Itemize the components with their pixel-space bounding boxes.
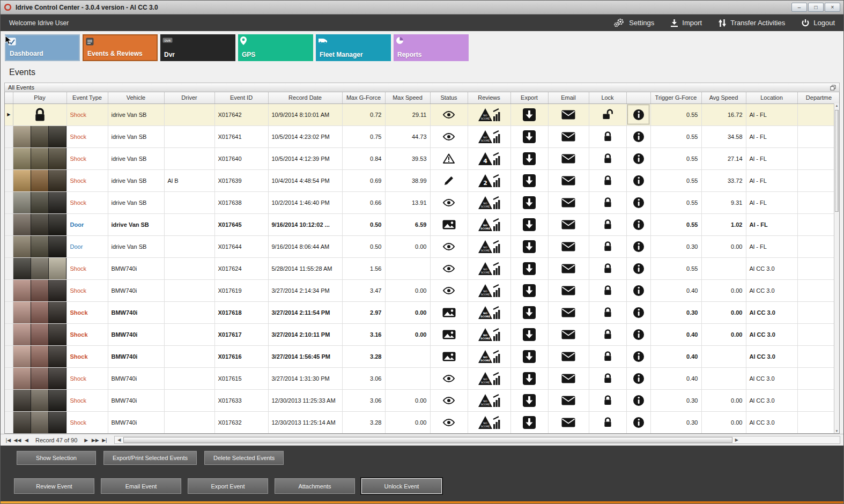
play-cell[interactable]	[13, 191, 66, 213]
column-header-event-type[interactable]: Event Type	[66, 92, 108, 103]
column-header-blank[interactable]	[5, 92, 13, 103]
reviews-cell[interactable]: NOSCORE	[468, 301, 510, 323]
reviews-cell[interactable]: NOSCORE	[468, 411, 510, 433]
reviews-cell[interactable]: 2	[468, 169, 510, 191]
event-thumbnail[interactable]	[13, 390, 66, 411]
reviews-cell[interactable]: NOSCORE	[468, 125, 510, 147]
export-cell[interactable]	[510, 301, 548, 323]
export-cell[interactable]	[510, 367, 548, 389]
column-header-location[interactable]: Location	[746, 92, 797, 103]
nav-first-button[interactable]: |◀	[4, 438, 13, 443]
column-header-departme[interactable]: Departme	[797, 92, 840, 103]
play-cell[interactable]	[13, 389, 66, 411]
info-cell[interactable]	[626, 257, 650, 279]
play-cell[interactable]	[13, 323, 66, 345]
nav-last-button[interactable]: ▶|	[100, 438, 109, 443]
table-row[interactable]: ShockBMW740iX0176193/27/2014 2:14:34 PM3…	[5, 279, 840, 301]
nav-prev-page-button[interactable]: ◀◀	[13, 438, 22, 443]
lock-cell[interactable]	[589, 257, 626, 279]
table-row[interactable]: Dooridrive Van SBX0176449/16/2014 8:06:4…	[5, 235, 840, 257]
reviews-cell[interactable]: NOSCORE	[468, 235, 510, 257]
info-cell[interactable]	[626, 191, 650, 213]
event-thumbnail[interactable]	[13, 236, 66, 257]
email-cell[interactable]	[548, 147, 589, 169]
event-thumbnail[interactable]	[13, 412, 66, 433]
lock-cell[interactable]	[589, 301, 626, 323]
column-header-trigger-g-force[interactable]: Trigger G-Force	[650, 92, 701, 103]
email-cell[interactable]	[548, 323, 589, 345]
column-header-blank[interactable]	[626, 92, 650, 103]
vscrollbar-thumb[interactable]	[835, 110, 839, 212]
nav-next-button[interactable]: ▶	[82, 438, 91, 443]
play-cell[interactable]	[13, 235, 66, 257]
table-row[interactable]: ShockBMW740iX0176153/27/2014 1:31:30 PM3…	[5, 367, 840, 389]
export-cell[interactable]	[510, 411, 548, 433]
info-cell[interactable]	[626, 147, 650, 169]
play-cell[interactable]	[13, 147, 66, 169]
vertical-scrollbar[interactable]: ▲ ▼	[834, 103, 839, 433]
event-thumbnail[interactable]	[13, 126, 66, 147]
lock-cell[interactable]	[589, 411, 626, 433]
topbar-import-button[interactable]: Import	[670, 19, 702, 27]
email-cell[interactable]	[548, 367, 589, 389]
email-cell[interactable]	[548, 191, 589, 213]
column-header-play[interactable]: Play	[13, 92, 66, 103]
maximize-button[interactable]: □	[808, 3, 824, 12]
table-row[interactable]: Dooridrive Van SBX0176459/16/2014 10:12:…	[5, 213, 840, 235]
export-cell[interactable]	[510, 235, 548, 257]
lock-cell[interactable]	[589, 345, 626, 367]
reviews-cell[interactable]: NOSCORE	[468, 323, 510, 345]
hscrollbar-thumb[interactable]	[123, 437, 732, 443]
reviews-cell[interactable]: NOSCORE	[468, 257, 510, 279]
column-header-driver[interactable]: Driver	[164, 92, 214, 103]
reviews-cell[interactable]: 4	[468, 147, 510, 169]
info-cell[interactable]	[626, 345, 650, 367]
info-cell[interactable]	[626, 301, 650, 323]
attachments-button[interactable]: Attachments	[275, 478, 355, 494]
lock-cell[interactable]	[589, 103, 626, 125]
export-cell[interactable]	[510, 389, 548, 411]
play-cell[interactable]	[13, 301, 66, 323]
table-row[interactable]: ShockBMW740iX0176173/27/2014 2:10:11 PM3…	[5, 323, 840, 345]
nav-tile-dashboard[interactable]: Dashboard	[5, 34, 80, 61]
table-row[interactable]: ShockBMW740iX0176245/28/2014 11:55:28 AM…	[5, 257, 840, 279]
horizontal-scrollbar[interactable]: ◀ ▶	[114, 436, 840, 444]
info-cell[interactable]	[626, 411, 650, 433]
nav-next-page-button[interactable]: ▶▶	[91, 438, 100, 443]
table-row[interactable]: ShockBMW740iX01763212/30/2013 11:25:14 A…	[5, 411, 840, 433]
lock-cell[interactable]	[589, 367, 626, 389]
play-cell[interactable]	[13, 345, 66, 367]
play-cell[interactable]	[13, 103, 66, 125]
export-event-button[interactable]: Export Event	[188, 478, 268, 494]
column-header-email[interactable]: Email	[548, 92, 589, 103]
reviews-cell[interactable]: NOSCORE	[468, 213, 510, 235]
event-thumbnail[interactable]	[13, 368, 66, 389]
column-header-record-date[interactable]: Record Date	[268, 92, 342, 103]
play-cell[interactable]	[13, 279, 66, 301]
play-cell[interactable]	[13, 169, 66, 191]
event-thumbnail[interactable]	[13, 214, 66, 235]
play-cell[interactable]	[13, 213, 66, 235]
show-selection-button[interactable]: Show Selection	[17, 451, 96, 465]
email-cell[interactable]	[548, 169, 589, 191]
table-row[interactable]: Shockidrive Van SBX01763810/2/2014 1:46:…	[5, 191, 840, 213]
lock-cell[interactable]	[589, 279, 626, 301]
column-header-event-id[interactable]: Event ID	[214, 92, 268, 103]
event-thumbnail[interactable]	[13, 192, 66, 213]
email-cell[interactable]	[548, 345, 589, 367]
close-button[interactable]: ×	[825, 3, 840, 12]
nav-prev-button[interactable]: ◀	[22, 438, 31, 443]
event-thumbnail[interactable]	[13, 258, 66, 279]
minimize-button[interactable]: –	[791, 3, 807, 12]
export-cell[interactable]	[510, 345, 548, 367]
lock-cell[interactable]	[589, 125, 626, 147]
event-thumbnail[interactable]	[13, 346, 66, 367]
column-header-avg-speed[interactable]: Avg Speed	[701, 92, 746, 103]
nav-tile-events-reviews[interactable]: Events & Reviews	[83, 34, 158, 61]
info-cell[interactable]	[626, 103, 650, 125]
table-row[interactable]: ▶Shockidrive Van SBX01764210/9/2014 8:10…	[5, 103, 840, 125]
reviews-cell[interactable]: NOSCORE	[468, 345, 510, 367]
nav-tile-gps[interactable]: GPS	[238, 34, 313, 61]
info-cell[interactable]	[626, 279, 650, 301]
export-cell[interactable]	[510, 191, 548, 213]
